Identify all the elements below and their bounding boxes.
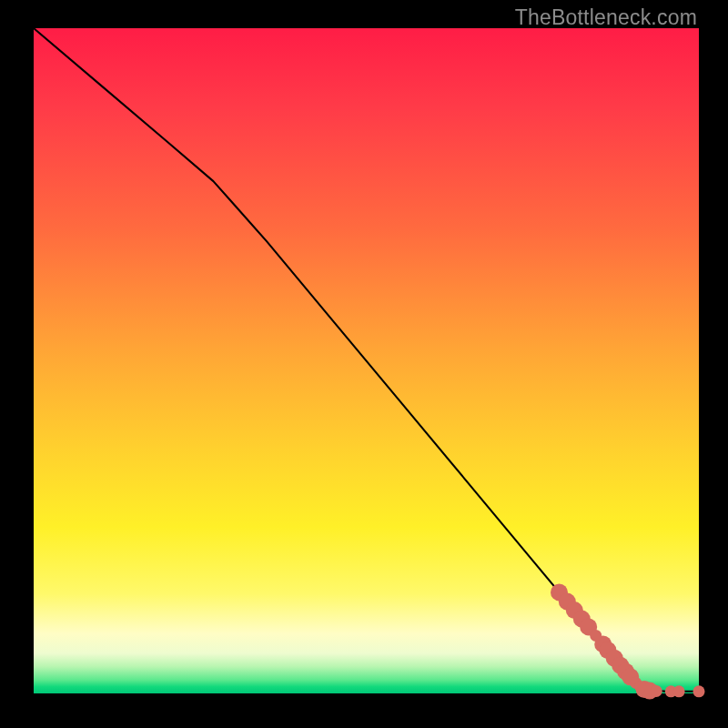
data-point: [693, 685, 705, 697]
chart-frame: TheBottleneck.com: [0, 0, 728, 728]
data-markers: [551, 583, 705, 699]
data-point: [634, 681, 646, 693]
data-point: [651, 685, 662, 697]
watermark-text: TheBottleneck.com: [515, 5, 697, 30]
bottleneck-curve: [34, 28, 699, 692]
chart-overlay: [34, 28, 699, 693]
data-point: [590, 630, 602, 642]
data-point: [673, 685, 685, 697]
